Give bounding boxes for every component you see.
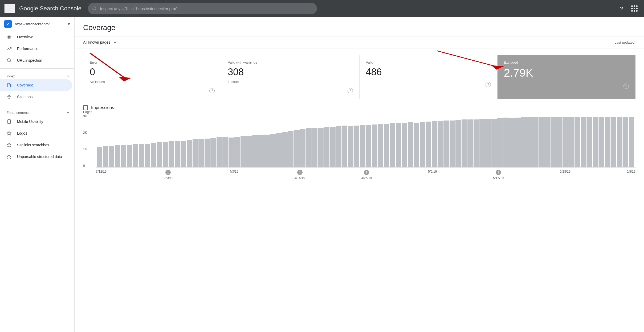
- chart-bar: [354, 126, 359, 167]
- index-divider: [0, 68, 74, 69]
- chart-bar: [306, 128, 311, 167]
- valid-warnings-label: Valid with warnings: [228, 60, 353, 64]
- unparsable-icon: [6, 154, 12, 159]
- chart-bar: [294, 130, 299, 167]
- main-content: Coverage All known pages Last updated:: [75, 17, 644, 332]
- phone-icon: [6, 119, 12, 124]
- chart-bar: [222, 137, 228, 167]
- enhancements-section-label: Enhancements: [6, 111, 30, 115]
- chart-bar: [408, 122, 413, 167]
- logos-icon: [6, 131, 12, 136]
- x-label-4-25: 1 4/25/19: [361, 170, 372, 180]
- svg-point-2: [7, 59, 10, 62]
- sidebar-item-unparsable[interactable]: Unparsable structured data: [0, 151, 72, 163]
- chart-bar: [533, 117, 539, 167]
- chart-bar: [569, 117, 574, 167]
- chart-bar: [575, 117, 580, 167]
- valid-warnings-help-icon[interactable]: ?: [348, 88, 353, 93]
- svg-rect-7: [9, 98, 10, 99]
- excluded-value: 2.79K: [504, 67, 629, 79]
- x-label-3-23: 1 3/23/19: [163, 170, 173, 180]
- chart-bar: [599, 117, 604, 167]
- enhancements-divider: [0, 105, 74, 105]
- impressions-header: Impressions: [83, 105, 635, 110]
- chart-bar: [336, 126, 341, 167]
- chart-bar: [205, 139, 210, 167]
- filter-dropdown[interactable]: All known pages: [83, 40, 118, 45]
- svg-marker-15: [7, 155, 11, 159]
- chart-bar: [348, 126, 353, 167]
- error-card[interactable]: Error 0 No issues ?: [83, 55, 221, 99]
- sidebar-item-coverage[interactable]: Coverage: [0, 79, 72, 91]
- chart-bar: [103, 146, 108, 167]
- sidebar-item-overview[interactable]: Overview: [0, 31, 72, 43]
- sidebar: https://sitechecker.pro/ ▾ Overview Perf…: [0, 17, 75, 332]
- sidebar-item-url-inspection[interactable]: URL inspection: [0, 55, 72, 66]
- chart-bar: [330, 127, 335, 167]
- chart-bar: [503, 118, 509, 167]
- chart-bar: [485, 119, 491, 167]
- last-updated: Last updated:: [614, 40, 635, 44]
- chart-bar: [234, 137, 240, 167]
- chart-bar: [241, 136, 246, 167]
- chart-bar: [115, 145, 120, 167]
- chart-bar: [151, 143, 156, 167]
- svg-line-3: [10, 61, 11, 62]
- app-title: Google Search Console: [19, 5, 81, 12]
- x-label-circle-3-23: 1: [165, 170, 171, 175]
- chart-bar: [217, 137, 222, 167]
- search-bar[interactable]: [88, 3, 317, 14]
- chart-bar: [324, 127, 329, 167]
- chart-bar: [163, 142, 168, 167]
- menu-button[interactable]: [4, 4, 15, 13]
- page-title: Coverage: [83, 23, 635, 32]
- sitemaps-icon: [6, 94, 12, 99]
- sidebar-item-mobile-usability[interactable]: Mobile Usability: [0, 116, 72, 127]
- sidebar-item-logos[interactable]: Logos: [0, 127, 72, 139]
- valid-help-icon[interactable]: ?: [486, 82, 491, 87]
- excluded-help-icon[interactable]: ?: [623, 84, 629, 89]
- index-section-header: Index: [0, 71, 74, 79]
- x-label-5-28: 5/28/19: [560, 170, 570, 180]
- apps-button[interactable]: [629, 3, 640, 14]
- sitelinks-searchbox-label: Sitelinks searchbox: [17, 143, 49, 147]
- header-right: ?: [616, 3, 640, 14]
- chart-bar: [318, 128, 323, 167]
- chart-x-labels: 3/12/19 1 3/23/19 4/3/19 1 4/14/19: [96, 170, 635, 180]
- error-help-icon[interactable]: ?: [209, 88, 215, 93]
- valid-warnings-card[interactable]: Valid with warnings 308 1 issue ?: [221, 55, 359, 99]
- chart-bar: [390, 123, 395, 167]
- chart-bar: [467, 119, 473, 167]
- help-button[interactable]: ?: [616, 3, 627, 14]
- coverage-icon: [6, 82, 12, 88]
- impressions-checkbox[interactable]: [83, 105, 88, 110]
- site-selector[interactable]: https://sitechecker.pro/ ▾: [0, 17, 74, 31]
- impressions-title: Impressions: [91, 105, 114, 110]
- valid-card[interactable]: Valid 486 ?: [360, 55, 498, 99]
- url-inspect-input[interactable]: [100, 6, 313, 11]
- apps-grid-icon: [631, 5, 638, 12]
- chart-container: 3K 2K 1K 0 Pages 3/12/19: [83, 114, 635, 184]
- chart-bar: [545, 117, 551, 167]
- chart-bar: [198, 139, 204, 167]
- error-value: 0: [90, 67, 215, 78]
- excluded-card[interactable]: Excluded 2.79K ?: [498, 55, 635, 99]
- filter-label: All known pages: [83, 40, 110, 44]
- enhancements-section-header: Enhancements: [0, 107, 74, 116]
- chart-bar: [246, 136, 252, 167]
- chart-bar: [551, 117, 556, 167]
- sidebar-item-performance[interactable]: Performance: [0, 43, 72, 55]
- chart-bar: [145, 144, 150, 167]
- sidebar-item-sitemaps[interactable]: Sitemaps: [0, 91, 72, 103]
- chart-y-labels: 3K 2K 1K 0: [83, 114, 87, 168]
- x-label-5-17: 1 5/17/19: [493, 170, 504, 180]
- chart-bar: [157, 142, 162, 167]
- svg-rect-4: [9, 95, 10, 96]
- valid-warnings-sub: 1 issue: [228, 80, 353, 84]
- chart-bar: [414, 123, 419, 167]
- chart-bar: [438, 121, 443, 167]
- chart-bar: [521, 117, 527, 167]
- chart-bar: [276, 133, 282, 167]
- sidebar-item-sitelinks-searchbox[interactable]: Sitelinks searchbox: [0, 139, 72, 151]
- site-dropdown-icon: ▾: [68, 21, 70, 27]
